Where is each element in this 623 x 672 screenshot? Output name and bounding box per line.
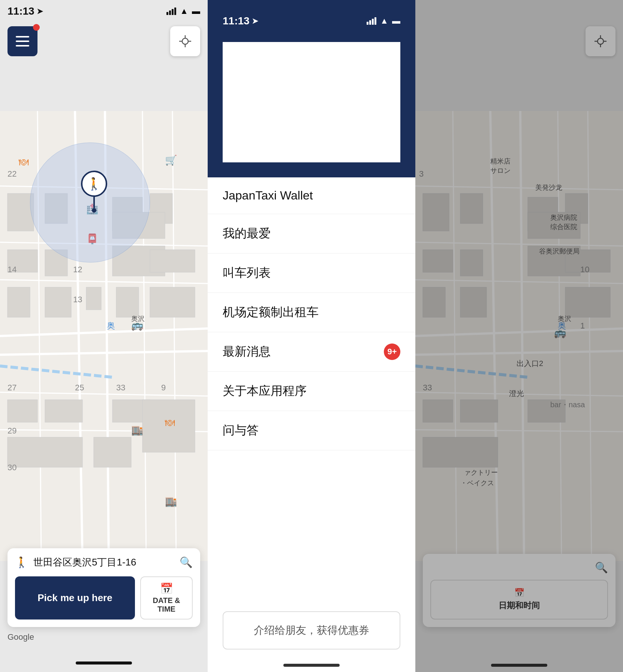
pin-circle: 🚶	[81, 171, 107, 197]
svg-text:🛒: 🛒	[165, 154, 177, 166]
drawer-status-icons: ▲ ▬	[367, 16, 400, 26]
svg-text:奥沢: 奥沢	[131, 315, 145, 322]
svg-rect-84	[565, 287, 610, 317]
right-home-indicator	[491, 664, 547, 667]
svg-text:14: 14	[7, 265, 16, 274]
svg-text:美発沙龙: 美発沙龙	[535, 184, 562, 191]
drawer-item-payment[interactable]: 在线支付 未注册	[223, 82, 400, 122]
drawer-item-account[interactable]: 账号	[223, 42, 400, 82]
drawer-panel: 11:13 ➤ ▲ ▬ 账号 在线支付 未注册 优惠券	[208, 0, 415, 672]
pickup-button[interactable]: Pick me up here	[15, 576, 135, 620]
pin-dot	[92, 208, 96, 213]
account-label: 账号	[238, 53, 263, 70]
left-map-panel: 22 14 13 12 27 29 30 25 33 9 🍽 🛒 🏥 📮 🚌 奥…	[0, 0, 208, 672]
menu-notification-dot	[33, 24, 40, 31]
svg-text:🍽: 🍽	[19, 156, 28, 168]
right-search-icon[interactable]: 🔍	[595, 561, 608, 574]
right-action-row: 📅 日期和时间	[430, 580, 608, 620]
svg-text:奥沢: 奥沢	[558, 315, 571, 322]
svg-text:出入口2: 出入口2	[517, 359, 543, 368]
home-indicator	[76, 662, 132, 664]
right-datetime-label: 日期和时间	[499, 600, 540, 611]
svg-rect-77	[423, 250, 453, 272]
news-label: 最新消息	[223, 344, 271, 360]
drawer-footer: 介绍给朋友，获得优惠券	[208, 600, 415, 672]
time-text: 11:13	[7, 5, 34, 17]
svg-rect-73	[423, 194, 449, 231]
svg-text:33: 33	[423, 383, 432, 392]
svg-text:奥: 奥	[107, 321, 115, 330]
right-map-panel: 3 10 1 33 出入口2 澄光 bar・nasa 精米店 サロン 美発沙龙 …	[415, 0, 623, 672]
svg-rect-24	[86, 287, 101, 310]
svg-rect-22	[7, 287, 30, 317]
faq-label: 问与答	[223, 422, 259, 439]
news-badge: 9+	[384, 344, 400, 360]
payment-label: 在线支付	[238, 93, 289, 111]
address-text: 世田谷区奥沢5丁目1-16	[33, 556, 174, 569]
svg-rect-32	[94, 437, 131, 467]
svg-rect-88	[423, 437, 498, 467]
crosshair-icon	[178, 34, 192, 48]
drawer-home-indicator	[283, 664, 340, 667]
drawer-item-news[interactable]: 最新消息 9+	[208, 332, 415, 372]
svg-text:精米店: 精米店	[490, 158, 511, 165]
svg-text:谷奥沢郵便局: 谷奥沢郵便局	[539, 248, 580, 255]
svg-rect-29	[45, 400, 82, 422]
drawer-item-favorites[interactable]: 我的最爱	[208, 214, 415, 254]
svg-rect-23	[45, 287, 71, 317]
drawer-wifi-icon: ▲	[380, 16, 388, 26]
drawer-item-about[interactable]: 关于本应用程序	[208, 372, 415, 411]
right-location-button[interactable]	[586, 26, 616, 56]
drawer-item-wallet[interactable]: JapanTaxi Wallet	[208, 177, 415, 214]
drawer-item-airport[interactable]: 机场定额制出租车	[208, 293, 415, 332]
drawer-battery-icon: ▬	[392, 16, 400, 26]
favorites-label: 我的最爱	[223, 225, 271, 242]
svg-rect-31	[7, 437, 82, 467]
location-button[interactable]	[170, 26, 200, 56]
status-icons: ▲ ▬	[166, 6, 200, 16]
right-datetime-button[interactable]: 📅 日期和时间	[430, 580, 608, 620]
datetime-button[interactable]: 📅 DATE & TIME	[140, 576, 193, 620]
svg-text:・ベイクス: ・ベイクス	[460, 479, 494, 487]
unregistered-badge: 未注册	[347, 93, 385, 111]
person-icon: 🚶	[15, 556, 28, 568]
about-label: 关于本应用程序	[223, 383, 307, 399]
hamburger-line-3	[16, 45, 29, 46]
svg-text:🍽: 🍽	[165, 417, 175, 428]
drawer-signal-icon	[367, 17, 376, 25]
svg-rect-28	[7, 400, 37, 422]
airport-label: 机场定额制出租车	[223, 304, 319, 321]
drawer-item-ride-list[interactable]: 叫车列表	[208, 254, 415, 293]
battery-icon: ▬	[192, 6, 200, 16]
svg-text:🚌: 🚌	[554, 327, 566, 339]
drawer-content: JapanTaxi Wallet 我的最爱 叫车列表 机场定额制出租车 最新消息…	[208, 177, 415, 600]
drawer-item-coupon[interactable]: 优惠券	[223, 122, 400, 162]
svg-text:🏬: 🏬	[165, 495, 177, 507]
svg-rect-82	[460, 287, 487, 317]
hamburger-button[interactable]	[7, 26, 37, 56]
svg-text:9: 9	[161, 383, 166, 392]
drawer-status-bar: 11:13 ➤ ▲ ▬	[223, 15, 400, 27]
google-watermark: Google	[7, 632, 34, 642]
action-row: Pick me up here 📅 DATE & TIME	[15, 576, 193, 620]
map-pin: 🚶	[81, 171, 107, 213]
datetime-label: DATE & TIME	[146, 596, 187, 614]
svg-text:3: 3	[419, 169, 424, 178]
referral-button[interactable]: 介绍给朋友，获得优惠券	[223, 611, 400, 650]
search-button[interactable]: 🔍	[180, 556, 193, 568]
status-bar: 11:13 ➤ ▲ ▬	[0, 0, 208, 22]
location-arrow-icon: ➤	[37, 7, 43, 16]
drawer-item-faq[interactable]: 问与答	[208, 411, 415, 450]
pin-person-icon: 🚶	[87, 177, 102, 191]
calendar-icon: 📅	[160, 582, 173, 595]
bottom-card: 🚶 世田谷区奥沢5丁目1-16 🔍 Pick me up here 📅 DATE…	[7, 548, 200, 627]
hamburger-line-1	[16, 36, 29, 38]
svg-rect-25	[150, 250, 195, 272]
drawer-time-text: 11:13	[223, 15, 250, 27]
svg-rect-27	[116, 287, 139, 317]
svg-text:29: 29	[7, 426, 16, 435]
right-search-row: 🔍	[430, 561, 608, 574]
ride-list-label: 叫车列表	[223, 265, 271, 281]
svg-rect-81	[423, 287, 445, 317]
svg-text:澄光: 澄光	[509, 389, 524, 398]
